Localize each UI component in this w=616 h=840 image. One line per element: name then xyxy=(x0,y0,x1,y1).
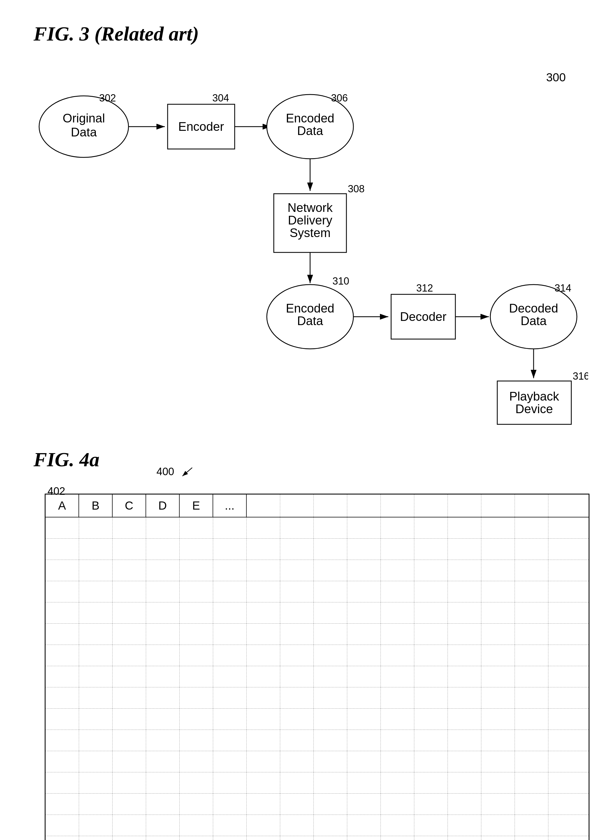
grid-col-A: A xyxy=(45,495,79,517)
cell-r12-c11 xyxy=(381,751,414,772)
cell-r5-c13 xyxy=(448,602,481,623)
cell-r6-c10 xyxy=(347,624,381,645)
cell-r11-c13 xyxy=(448,730,481,751)
cell-r1-c11 xyxy=(381,517,414,538)
cell-r3-c11 xyxy=(381,560,414,581)
grid-col-10 xyxy=(381,495,414,517)
cell-r1-c6 xyxy=(213,517,247,538)
grid-row-8 xyxy=(45,666,589,687)
cell-r11-c2 xyxy=(79,730,113,751)
cell-r10-c14 xyxy=(481,709,515,730)
cell-r12-c1 xyxy=(45,751,79,772)
grid-row-4 xyxy=(45,581,589,602)
cell-r1-c7 xyxy=(247,517,280,538)
cell-r7-c8 xyxy=(280,645,314,666)
cell-r16-c2 xyxy=(79,836,113,840)
cell-r4-c16 xyxy=(549,581,589,602)
cell-r14-c13 xyxy=(448,794,481,815)
cell-r15-c4 xyxy=(146,815,180,836)
cell-r1-c9 xyxy=(314,517,347,538)
svg-point-10 xyxy=(267,94,353,159)
cell-r8-c13 xyxy=(448,666,481,687)
cell-r10-c3 xyxy=(113,709,146,730)
cell-r4-c1 xyxy=(45,581,79,602)
svg-text:Data: Data xyxy=(297,124,323,138)
cell-r2-c11 xyxy=(381,539,414,560)
cell-r4-c3 xyxy=(113,581,146,602)
cell-r10-c12 xyxy=(414,709,448,730)
cell-r7-c3 xyxy=(113,645,146,666)
cell-r12-c6 xyxy=(213,751,247,772)
grid-row-2 xyxy=(45,539,589,560)
cell-r2-c7 xyxy=(247,539,280,560)
cell-r2-c5 xyxy=(180,539,213,560)
cell-r11-c14 xyxy=(481,730,515,751)
cell-r7-c12 xyxy=(414,645,448,666)
fig3-svg: Original Data 302 Encoder 304 Encoded Da… xyxy=(28,62,588,426)
cell-r1-c3 xyxy=(113,517,146,538)
cell-r15-c2 xyxy=(79,815,113,836)
cell-r5-c2 xyxy=(79,602,113,623)
cell-r6-c14 xyxy=(481,624,515,645)
grid-row-1 xyxy=(45,517,589,539)
cell-r4-c4 xyxy=(146,581,180,602)
svg-text:System: System xyxy=(290,226,331,239)
cell-r11-c11 xyxy=(381,730,414,751)
cell-r3-c4 xyxy=(146,560,180,581)
cell-r13-c9 xyxy=(314,772,347,793)
cell-r16-c4 xyxy=(146,836,180,840)
svg-rect-6 xyxy=(168,104,235,149)
svg-text:Playback: Playback xyxy=(509,389,560,403)
cell-r15-c1 xyxy=(45,815,79,836)
cell-r2-c6 xyxy=(213,539,247,560)
cell-r14-c14 xyxy=(481,794,515,815)
cell-r8-c14 xyxy=(481,666,515,687)
cell-r10-c15 xyxy=(515,709,549,730)
cell-r3-c14 xyxy=(481,560,515,581)
cell-r13-c11 xyxy=(381,772,414,793)
cell-r10-c2 xyxy=(79,709,113,730)
cell-r7-c2 xyxy=(79,645,113,666)
cell-r14-c8 xyxy=(280,794,314,815)
ref-400-arrow xyxy=(177,466,194,477)
grid-col-B: B xyxy=(79,495,113,517)
fig3-title: FIG. 3 (Related art) xyxy=(34,22,588,46)
cell-r13-c1 xyxy=(45,772,79,793)
svg-text:Encoded: Encoded xyxy=(286,301,334,315)
cell-r14-c9 xyxy=(314,794,347,815)
grid-col-9 xyxy=(347,495,381,517)
cell-r5-c14 xyxy=(481,602,515,623)
grid-col-7 xyxy=(280,495,314,517)
svg-text:Network: Network xyxy=(287,201,333,214)
grid-col-8 xyxy=(314,495,347,517)
svg-point-1 xyxy=(39,96,129,157)
cell-r13-c5 xyxy=(180,772,213,793)
cell-r16-c1 xyxy=(45,836,79,840)
cell-r11-c10 xyxy=(347,730,381,751)
cell-r2-c15 xyxy=(515,539,549,560)
cell-r10-c9 xyxy=(314,709,347,730)
cell-r6-c2 xyxy=(79,624,113,645)
cell-r7-c9 xyxy=(314,645,347,666)
cell-r5-c16 xyxy=(549,602,589,623)
cell-r9-c7 xyxy=(247,687,280,708)
cell-r6-c11 xyxy=(381,624,414,645)
cell-r4-c5 xyxy=(180,581,213,602)
cell-r4-c14 xyxy=(481,581,515,602)
cell-r15-c16 xyxy=(549,815,589,836)
grid-row-16 xyxy=(45,836,589,840)
cell-r16-c16 xyxy=(549,836,589,840)
cell-r8-c7 xyxy=(247,666,280,687)
cell-r13-c16 xyxy=(549,772,589,793)
cell-r6-c6 xyxy=(213,624,247,645)
grid-col-14 xyxy=(515,495,549,517)
cell-r3-c3 xyxy=(113,560,146,581)
svg-text:304: 304 xyxy=(212,92,229,104)
cell-r11-c4 xyxy=(146,730,180,751)
cell-r7-c5 xyxy=(180,645,213,666)
cell-r11-c9 xyxy=(314,730,347,751)
cell-r12-c10 xyxy=(347,751,381,772)
cell-r1-c4 xyxy=(146,517,180,538)
cell-r12-c15 xyxy=(515,751,549,772)
cell-r11-c12 xyxy=(414,730,448,751)
